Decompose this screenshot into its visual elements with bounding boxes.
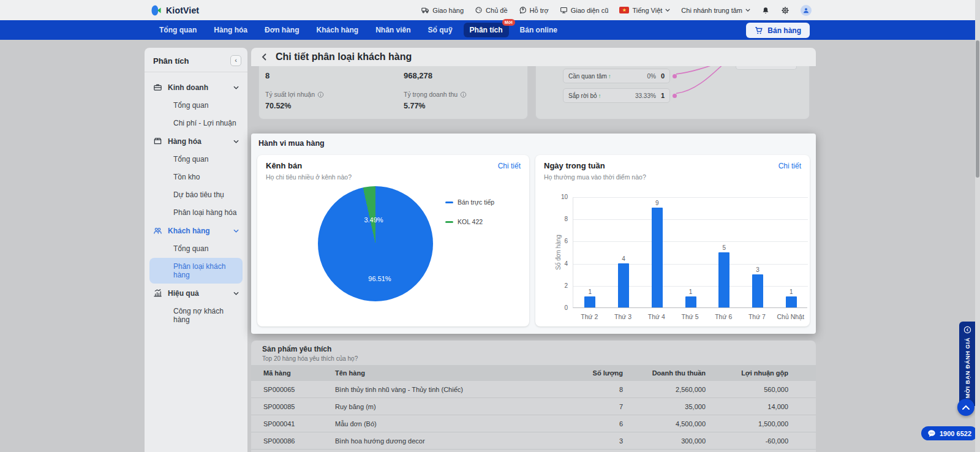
nav-item-5[interactable]: Sổ quỹ — [422, 23, 459, 37]
content-panel: Chi tiết phân loại khách hàng 8 Tỷ suất … — [251, 48, 816, 452]
weekday-bar-plot: 1491531 — [573, 197, 807, 308]
feedback-tab[interactable]: MỜI BẠN ĐÁNH GIÁ — [959, 322, 975, 406]
channel-detail-link[interactable]: Chi tiết — [498, 162, 521, 170]
brand-logo[interactable]: KiotViet — [150, 0, 199, 20]
sell-button[interactable]: Bán hàng — [746, 23, 810, 38]
bar-column-5[interactable]: 3 — [741, 197, 775, 307]
branch-select[interactable]: Chi nhánh trung tâm — [681, 7, 750, 14]
info-icon[interactable] — [317, 91, 324, 98]
scroll-to-top-button[interactable] — [957, 399, 974, 416]
trend-up-icon: ↑ — [598, 92, 601, 99]
header-link-3[interactable]: Giao diện cũ — [560, 6, 609, 14]
flow-connector-dot — [673, 94, 677, 98]
cart-icon — [755, 26, 763, 35]
flow-box-0[interactable]: Cần quan tâm↑ 0%0 — [563, 69, 670, 83]
bar-column-1[interactable]: 4 — [607, 197, 641, 307]
notifications-bell-icon[interactable] — [761, 6, 770, 15]
channel-legend: Bán trực tiếpKOL 422 — [445, 198, 494, 225]
weekday-detail-link[interactable]: Chi tiết — [778, 162, 801, 170]
back-arrow-icon[interactable] — [260, 52, 270, 62]
bar-column-3[interactable]: 1 — [674, 197, 707, 307]
chevron-down-icon — [233, 140, 239, 143]
business-icon — [153, 83, 162, 92]
sidebar-title: Phân tích — [153, 56, 189, 66]
nav-item-3[interactable]: Khách hàng — [311, 23, 365, 37]
metrics-card: 8 Tỷ suất lợi nhuận 70.52% 968,278 Tỷ tr… — [258, 66, 528, 119]
language-select[interactable]: ★ Tiếng Việt — [619, 7, 670, 14]
nav-item-1[interactable]: Hàng hóa — [208, 23, 254, 37]
sidebar-group-1[interactable]: Hàng hóa — [148, 132, 244, 150]
behavior-section: Hành vi mua hàng Kênh bán Chi tiết Họ ch… — [251, 134, 816, 334]
favorites-section: Sản phẩm yêu thích Top 20 hàng hóa yêu t… — [251, 341, 816, 452]
col-name: Tên hàng — [335, 369, 556, 377]
user-avatar[interactable] — [801, 5, 812, 16]
vietnam-flag-icon: ★ — [619, 7, 629, 13]
chevron-down-icon — [745, 9, 750, 12]
behavior-section-title: Hành vi mua hàng — [258, 139, 325, 148]
new-badge: Mới — [502, 19, 515, 26]
header-link-1[interactable]: Chủ đề — [475, 6, 507, 14]
feedback-tab-label: MỜI BẠN ĐÁNH GIÁ — [964, 337, 971, 399]
favorites-title: Sản phẩm yêu thích — [262, 345, 331, 353]
nav-item-6[interactable]: Phân tíchMới — [464, 23, 509, 37]
table-row-0[interactable]: SP000065 Bình thủy tinh nhũ vàng - Thủy … — [251, 381, 816, 398]
settings-gear-icon[interactable] — [781, 6, 790, 15]
chevron-down-icon — [233, 292, 239, 295]
sidebar-item-3-0[interactable]: Công nợ khách hàng — [149, 303, 243, 328]
nav-item-4[interactable]: Nhân viên — [369, 23, 417, 37]
pie-blue-label: 96.51% — [368, 275, 391, 282]
sidebar-item-2-1[interactable]: Phân loại khách hàng — [149, 258, 243, 284]
weekday-title: Ngày trong tuần — [544, 161, 605, 170]
sidebar-item-0-1[interactable]: Chi phí - Lợi nhuận — [149, 115, 243, 132]
legend-item-1: KOL 422 — [445, 218, 494, 225]
table-row-1[interactable]: SP000085 Ruy băng (m) 7 35,000 14,000 — [251, 398, 816, 415]
sidebar-item-1-3[interactable]: Phân loại hàng hóa — [149, 204, 243, 221]
channel-subtitle: Họ chi tiêu nhiều ở kênh nào? — [266, 173, 352, 181]
kiotviet-app: KiotViet ★ Tiếng Việt Chi nhánh trung tâ… — [0, 0, 980, 452]
bar-column-6[interactable]: 1 — [774, 197, 808, 307]
main-nav: Tổng quanHàng hóaĐơn hàngKhách hàngNhân … — [0, 20, 975, 40]
brand-name: KiotViet — [166, 6, 199, 15]
chevron-down-icon — [665, 9, 670, 12]
header-link-2[interactable]: Hỗ trợ — [519, 6, 549, 14]
nav-item-0[interactable]: Tổng quan — [153, 23, 203, 37]
favorites-subtitle: Top 20 hàng hóa yêu thích của họ? — [262, 355, 358, 362]
chevron-up-icon — [962, 404, 970, 410]
bar-column-0[interactable]: 1 — [573, 197, 607, 307]
col-profit: Lợi nhuận gộp — [706, 369, 804, 377]
segments-flow-card: Cần quan tâm↑ 0%0 Sắp rời bỏ↑ 33.33%1 — [535, 66, 810, 119]
table-row-3[interactable]: SP000086 Bình hoa hướng dương decor 3 30… — [251, 432, 816, 450]
channel-pie-chart[interactable] — [318, 186, 433, 301]
sidebar-item-1-2[interactable]: Dự báo tiêu thụ — [149, 186, 243, 203]
header-link-0[interactable]: Giao hàng — [421, 6, 464, 14]
sidebar-item-0-0[interactable]: Tổng quan — [149, 97, 243, 114]
sidebar-collapse-button[interactable]: ‹ — [230, 55, 241, 66]
flow-box-1[interactable]: Sắp rời bỏ↑ 33.33%1 — [563, 88, 670, 103]
legend-item-0: Bán trực tiếp — [445, 198, 494, 206]
bar-column-4[interactable]: 5 — [707, 197, 741, 307]
hotline-button[interactable]: 1900 6522 — [921, 426, 978, 440]
product-icon — [153, 137, 162, 146]
circle-back-icon — [963, 326, 971, 334]
sidebar-item-2-0[interactable]: Tổng quan — [149, 240, 243, 257]
sidebar-group-2[interactable]: Khách hàng — [148, 222, 244, 239]
cutoff-box — [736, 66, 797, 70]
sidebar-group-0[interactable]: Kinh doanh — [148, 78, 244, 96]
bar-column-2[interactable]: 9 — [640, 197, 674, 307]
sidebar-item-1-1[interactable]: Tồn kho — [149, 168, 243, 186]
table-row-2[interactable]: SP000041 Mẫu đơn (Bó) 6 4,500,000 1,500,… — [251, 415, 816, 432]
sidebar-header: Phân tích ‹ — [145, 48, 247, 72]
sidebar-item-1-0[interactable]: Tổng quan — [149, 151, 243, 168]
sidebar-group-3[interactable]: Hiệu quả — [148, 284, 244, 302]
nav-item-7[interactable]: Bán online — [514, 23, 564, 37]
favorites-table: Mã hàng Tên hàng Số lượng Doanh thu thuầ… — [251, 365, 816, 450]
nav-item-2[interactable]: Đơn hàng — [258, 23, 306, 37]
customers-icon — [153, 226, 162, 235]
performance-icon — [153, 288, 162, 298]
info-icon[interactable] — [460, 91, 467, 98]
top-header: KiotViet ★ Tiếng Việt Chi nhánh trung tâ… — [0, 0, 975, 20]
scrollbar-thumb[interactable] — [976, 40, 979, 178]
table-header-row: Mã hàng Tên hàng Số lượng Doanh thu thuầ… — [251, 365, 816, 381]
header-links: ★ Tiếng Việt Chi nhánh trung tâm Giao hà… — [421, 0, 812, 20]
flow-connector-dot — [673, 74, 677, 78]
